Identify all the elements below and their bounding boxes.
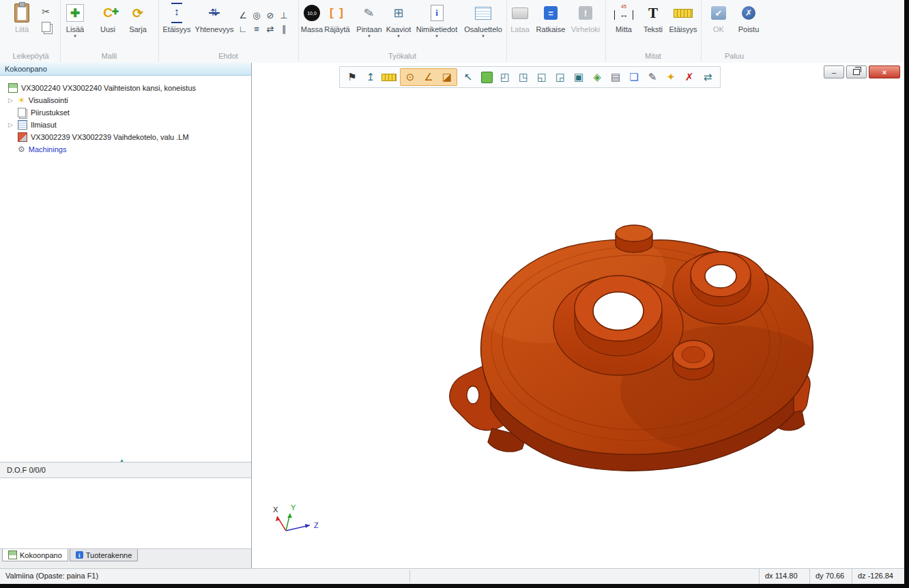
group-label: Leikepöytä — [1, 52, 60, 60]
panel-tabs: Kokoonpano i Tuoterakenne — [0, 548, 251, 562]
ok-button[interactable]: ✔ OK — [705, 2, 732, 33]
constraint-icon-grid: ∠ ◎ ⊘ ⊥ ∟ ≡ ⇄ ∥ — [236, 8, 291, 35]
assembly-icon — [8, 83, 18, 93]
tree-item-visualization[interactable]: ▷ ☀ Visualisointi — [0, 94, 251, 106]
tree-item-part[interactable]: VX3002239 VX3002239 Vaihdekotelo, valu .… — [0, 131, 251, 143]
load-button[interactable]: Lataa — [506, 2, 534, 33]
chevron-down-icon: ▾ — [463, 33, 504, 39]
appearance-icon — [18, 120, 27, 130]
series-button[interactable]: ⟳ Sarja — [124, 2, 152, 33]
solve-button[interactable]: = Ratkaise — [535, 2, 566, 33]
tree-item-label: VX3002240 VX3002240 Vaihteiston kansi, k… — [21, 84, 196, 92]
error-log-icon: ! — [579, 6, 592, 20]
corner-constraint-icon[interactable]: ∟ — [236, 22, 250, 35]
equal-constraint-icon[interactable]: ≡ — [250, 22, 263, 35]
mass-button[interactable]: 10,0 Massa — [300, 2, 324, 33]
parts-list-button[interactable]: Osaluettelo ▾ — [463, 2, 504, 39]
tangent-constraint-icon[interactable]: ⊘ — [263, 8, 277, 22]
item-data-button[interactable]: i Nimiketiedot ▾ — [415, 2, 459, 39]
new-label: Uusi — [94, 25, 121, 33]
expander-icon[interactable]: ▷ — [8, 121, 18, 128]
mass-icon: 10,0 — [304, 5, 320, 21]
tree-item-label: Piirustukset — [31, 108, 70, 117]
diagrams-button[interactable]: ⊞ Kaaviot ▾ — [384, 2, 414, 39]
paste-label: Liitä — [7, 25, 37, 33]
distance-label: Etäisyys — [160, 25, 194, 33]
ribbon: Liitä ✂ Leikepöytä ✚ Lisää ▾ C✚ Uusi ⟳ S… — [0, 0, 904, 63]
dx-readout: dx 114.80 — [759, 569, 810, 584]
text-button[interactable]: T Teksti — [639, 2, 667, 33]
copy-icon[interactable] — [40, 20, 52, 33]
ok-label: OK — [705, 25, 732, 33]
group-clipboard: Liitä ✂ Leikepöytä — [1, 0, 61, 62]
distance-measure-button[interactable]: Etäisyys — [668, 2, 698, 33]
exit-button[interactable]: ✗ Poistu — [734, 2, 764, 33]
expander-icon[interactable]: ▷ — [8, 97, 18, 104]
solve-icon: = — [544, 6, 558, 20]
tree-item-label: Machinings — [29, 145, 67, 153]
application-window: Liitä ✂ Leikepöytä ✚ Lisää ▾ C✚ Uusi ⟳ S… — [0, 0, 904, 583]
add-label: Lisää — [60, 25, 90, 33]
3d-model-gearbox-cover[interactable] — [252, 63, 904, 568]
group-label: Malli — [60, 52, 158, 60]
item-data-label: Nimiketiedot — [415, 25, 459, 33]
sun-icon: ☀ — [18, 96, 25, 104]
measure-icon: 45↔ — [614, 5, 633, 21]
parts-list-label: Osaluettelo — [463, 25, 504, 33]
ok-icon: ✔ — [711, 6, 726, 20]
assembly-tree: VX3002240 VX3002240 Vaihteiston kansi, k… — [0, 76, 251, 461]
tree-item-machinings[interactable]: ⚙ Machinings — [0, 143, 251, 156]
group-label: Mitat — [605, 52, 701, 60]
info-icon: i — [76, 551, 83, 559]
text-label: Teksti — [639, 25, 667, 33]
parts-list-icon — [475, 7, 491, 20]
3d-viewport[interactable]: ⚑ ↥ ⊙ ∠ ◪ ↖ ◰ ◳ ◱ ◲ ▣ ◈ ▤ ❏ ✎ ✦ ✗ ⇄ – — [252, 63, 904, 568]
series-icon: ⟳ — [132, 5, 143, 21]
series-label: Sarja — [124, 25, 152, 33]
paste-button[interactable]: Liitä — [7, 2, 37, 33]
tree-item-label: Ilmiasut — [31, 121, 57, 129]
measure-label: Mitta — [609, 25, 638, 33]
error-log-button[interactable]: ! Virheloki — [568, 2, 603, 33]
solve-label: Ratkaise — [535, 25, 566, 33]
tree-item-drawings[interactable]: Piirustukset — [0, 106, 251, 119]
chevron-down-icon: ▾ — [354, 33, 384, 39]
group-label: Työkalut — [298, 52, 506, 60]
error-log-label: Virheloki — [568, 25, 603, 33]
axis-triad: X Y Z — [270, 501, 332, 542]
add-button[interactable]: ✚ Lisää ▾ — [60, 2, 90, 39]
chevron-down-icon: ▾ — [60, 33, 90, 39]
tree-item-label: Visualisointi — [29, 96, 68, 104]
distance-constraint-button[interactable]: ↕ Etäisyys — [160, 2, 194, 33]
dof-status: D.O.F 0/0/0 — [0, 462, 251, 478]
angle-constraint-icon[interactable]: ∠ — [236, 8, 250, 22]
explode-button[interactable]: [ ] Räjäytä — [322, 2, 352, 33]
group-return: ✔ OK ✗ Poistu Paluu — [701, 0, 768, 62]
parallel-constraint-icon[interactable]: ∥ — [277, 22, 291, 35]
tab-label: Kokoonpano — [20, 551, 62, 559]
tab-label: Tuoterakenne — [86, 551, 132, 559]
axis-z-label: Z — [314, 521, 319, 529]
axis-x-label: X — [273, 505, 278, 514]
swap-constraint-icon[interactable]: ⇄ — [263, 22, 277, 35]
measure-button[interactable]: 45↔ Mitta — [609, 2, 638, 33]
cut-icon[interactable]: ✂ — [40, 5, 52, 18]
group-label: Paluu — [701, 52, 768, 60]
coincidence-button[interactable]: ⇅ Yhtenevyys — [194, 2, 235, 33]
to-surface-button[interactable]: ✎ Pintaan ▾ — [354, 2, 384, 39]
tab-assembly[interactable]: Kokoonpano — [2, 549, 68, 561]
tree-item-root[interactable]: VX3002240 VX3002240 Vaihteiston kansi, k… — [0, 82, 251, 94]
new-button[interactable]: C✚ Uusi — [94, 2, 121, 33]
part-icon — [18, 132, 27, 142]
text-icon: T — [648, 5, 658, 22]
concentric-constraint-icon[interactable]: ◎ — [250, 8, 263, 22]
tree-item-appearances[interactable]: ▷ Ilmiasut — [0, 119, 251, 131]
add-icon: ✚ — [66, 4, 84, 22]
group-model: ✚ Lisää ▾ C✚ Uusi ⟳ Sarja Malli — [60, 0, 159, 62]
perpendicular-constraint-icon[interactable]: ⊥ — [277, 8, 291, 22]
axis-y-label: Y — [291, 503, 296, 512]
dy-readout: dy 70.66 — [809, 569, 852, 584]
group-solve: Lataa = Ratkaise ! Virheloki — [506, 0, 606, 62]
load-label: Lataa — [506, 25, 534, 33]
tab-product-structure[interactable]: i Tuoterakenne — [70, 549, 138, 561]
